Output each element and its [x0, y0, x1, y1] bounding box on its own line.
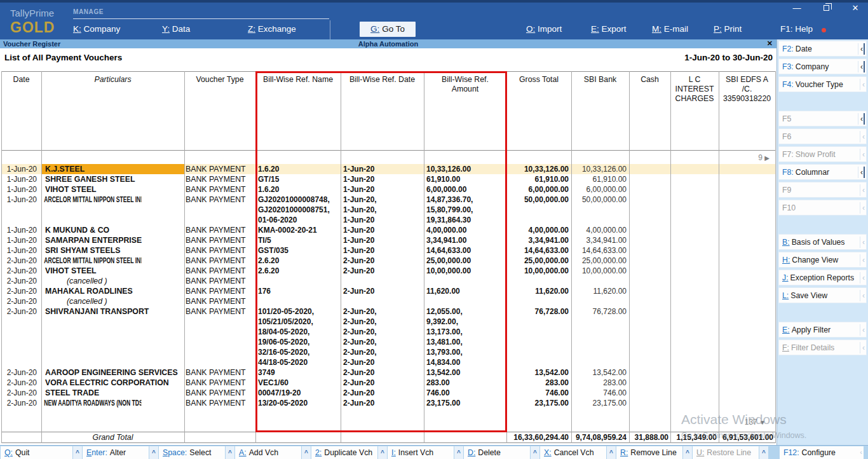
cell-ref_name: 2.6.20: [255, 266, 341, 276]
bottombar-button-alter[interactable]: Enter:Alter: [83, 446, 149, 459]
cell-gross_total: 283.00: [506, 378, 571, 388]
button-label: Apply Filter: [792, 325, 831, 334]
menu-label: Exchange: [258, 24, 296, 34]
report-tabbar: Voucher Register Alpha Automation ✕: [0, 39, 776, 48]
shortcut-key: F7:: [782, 150, 794, 159]
report-area: List of All Payment Vouchers 1-Jun-20 to…: [0, 48, 776, 445]
goto-button[interactable]: G: Go To: [360, 22, 416, 37]
table-row[interactable]: 1-Jun-20SAMARPAN ENTERPRISEBANK PAYMENTT…: [1, 235, 776, 245]
table-row[interactable]: 2-Jun-20STEEL TRADEBANK PAYMENT00047/19-…: [1, 388, 776, 398]
table-row[interactable]: 2-Jun-20AAROOP ENGINEERING SERVICESBANK …: [1, 367, 776, 378]
bottombar-button-select[interactable]: Space:Select: [159, 446, 225, 459]
table-grid-line: [1, 71, 2, 443]
sidebar-button-f3[interactable]: F3:Company‹: [778, 58, 867, 74]
bottombar-button-insert-vch[interactable]: I:Insert Vch: [388, 446, 454, 459]
table-row[interactable]: 1-Jun-20K MUKUND & COBANK PAYMENTKMA-000…: [1, 225, 776, 235]
button-label: Delete: [478, 448, 501, 457]
shortcut-key: Q:: [4, 448, 13, 457]
caret-separator-icon: ^: [302, 446, 311, 459]
shortcut-key: I:: [391, 448, 396, 457]
menu-help[interactable]: F1: Help: [780, 24, 813, 34]
grand-total-sbi-bank: 9,74,08,959.24: [571, 432, 629, 443]
tab-close-icon[interactable]: ✕: [767, 39, 773, 48]
restore-icon[interactable]: [821, 4, 831, 13]
table-row[interactable]: 1-Jun-20SRI SHYAM STEELSBANK PAYMENTGST/…: [1, 245, 776, 256]
chevron-left-icon: ‹: [860, 272, 865, 284]
cell-date: 1-Jun-20: [1, 195, 41, 205]
menu-company[interactable]: K: Company: [73, 24, 120, 34]
cell-ref_date: 1-Jun-20: [341, 184, 424, 195]
menu-export[interactable]: E: Export: [591, 24, 627, 34]
cell-ref_amount: 746.00: [424, 388, 506, 398]
sidebar-button-f4[interactable]: F4:Voucher Type‹: [778, 76, 867, 92]
shortcut-key: F8:: [782, 168, 794, 177]
button-label: Basis of Values: [792, 238, 845, 247]
column-page-indicator[interactable]: 9 ▶: [758, 153, 770, 162]
table-row[interactable]: 1-Jun-20SHREE GANESH STEELBANK PAYMENTGT…: [1, 174, 776, 184]
bottombar-button-quit[interactable]: Q:Quit: [1, 446, 72, 459]
bottombar-button-duplicate-vch[interactable]: 2:Duplicate Vch: [311, 446, 377, 459]
cell-date: 2-Jun-20: [1, 266, 41, 276]
button-label: Insert Vch: [398, 448, 433, 457]
sidebar-button-f5: F5‹: [778, 111, 867, 127]
table-row[interactable]: 2-Jun-20(cancelled )BANK PAYMENT: [1, 276, 776, 286]
table-row[interactable]: 1-Jun-20ARCELOR MITTAL NIPPON STEEL INDI…: [1, 195, 776, 225]
minimize-icon[interactable]: —: [792, 4, 802, 13]
grand-total-label: Grand Total: [41, 432, 184, 443]
table-row[interactable]: 2-Jun-20VIHOT STEELBANK PAYMENT2.6.202-J…: [1, 266, 776, 276]
cell-sbi_bank: 746.00: [571, 388, 629, 398]
cell-sbi_bank: 23,175.00: [571, 398, 629, 408]
cell-ref_name: 101/20-05-2020, 105/21/05/2020, 18/04-05…: [255, 306, 341, 367]
table-row[interactable]: 1-Jun-20K.J.STEELBANK PAYMENT1.6.201-Jun…: [1, 164, 776, 174]
shortcut-key: X:: [544, 448, 552, 457]
right-arrow-icon: ▶: [764, 154, 770, 161]
cell-ref_amount: 10,33,126.00: [424, 164, 506, 174]
cell-voucher_type: BANK PAYMENT: [184, 184, 255, 195]
sidebar-button-j[interactable]: J:Exception Reports‹: [778, 270, 867, 285]
cell-date: 1-Jun-20: [1, 184, 41, 195]
cell-particulars: VIHOT STEEL: [41, 184, 184, 195]
sidebar-button-l[interactable]: L:Save View‹: [778, 287, 867, 303]
cell-ref_name: KMA-0002-20-21: [255, 225, 341, 235]
table-grid-line: [41, 71, 42, 443]
cell-ref_date: 2-Jun-20: [341, 398, 424, 408]
cell-particulars: ARCELOR MITTAL NIPPON STEEL INDIA LTD - …: [41, 195, 142, 205]
report-period[interactable]: 1-Jun-20 to 30-Jun-20: [684, 53, 773, 62]
bottombar-button-remove-line[interactable]: R:Remove Line: [616, 446, 682, 459]
close-icon[interactable]: ✕: [850, 4, 860, 13]
menu-print[interactable]: P: Print: [714, 24, 742, 34]
sidebar-button-h[interactable]: H:Change View‹: [778, 252, 867, 268]
menu-email[interactable]: M: E-mail: [652, 24, 688, 34]
table-row[interactable]: 2-Jun-20SHIVRANJANI TRANSPORTBANK PAYMEN…: [1, 306, 776, 367]
table-row[interactable]: 2-Jun-20NEW AADITYA ROADWAYS (NON TDS) (…: [1, 398, 776, 408]
button-label: Change View: [792, 256, 838, 264]
bottombar-button-configure[interactable]: F12: Configure ‹: [780, 446, 864, 459]
table-row[interactable]: 2-Jun-20ARCELOR MITTAL NIPPON STEEL INDI…: [1, 256, 776, 266]
table-grid-line: [629, 71, 630, 443]
sidebar-button-f10: F10‹: [778, 200, 867, 216]
menu-exchange[interactable]: Z: Exchange: [248, 24, 296, 34]
sidebar-button-b[interactable]: B:Basis of Values‹: [778, 234, 867, 250]
menu-data[interactable]: Y: Data: [162, 24, 190, 34]
sidebar-button-e[interactable]: E:Apply Filter‹: [778, 322, 867, 338]
cell-ref_amount: 10,00,000.00: [424, 266, 506, 276]
table-row[interactable]: 2-Jun-20(cancelled )BANK PAYMENT: [1, 296, 776, 306]
row-count-indicator[interactable]: 137 ▼: [745, 418, 766, 427]
column-header: Voucher Type: [184, 71, 255, 150]
cell-gross_total: 746.00: [506, 388, 571, 398]
bottombar-button-delete[interactable]: D:Delete: [464, 446, 530, 459]
bottombar-button-add-vch[interactable]: A:Add Vch: [235, 446, 301, 459]
cell-ref_amount: 14,87,336.70, 15,80,799.00, 19,31,864.30: [424, 195, 506, 225]
cell-voucher_type: BANK PAYMENT: [184, 245, 255, 256]
sidebar-button-f2[interactable]: F2:Date‹: [778, 41, 867, 57]
cell-particulars: SRI SHYAM STEELS: [41, 245, 184, 256]
menu-import[interactable]: O: Import: [526, 24, 562, 34]
shortcut-key: F10: [782, 203, 796, 212]
table-row[interactable]: 1-Jun-20VIHOT STEELBANK PAYMENT1.6.201-J…: [1, 184, 776, 195]
bottombar-button-cancel-vch[interactable]: X:Cancel Vch: [540, 446, 606, 459]
sidebar-button-f8[interactable]: F8:Columnar‹: [778, 164, 867, 180]
cell-sbi_bank: 3,34,941.00: [571, 235, 629, 245]
cell-voucher_type: BANK PAYMENT: [184, 235, 255, 245]
table-row[interactable]: 2-Jun-20MAHAKAL ROADLINESBANK PAYMENT176…: [1, 286, 776, 296]
table-row[interactable]: 2-Jun-20VORA ELECTRIC CORPORATIONBANK PA…: [1, 378, 776, 388]
